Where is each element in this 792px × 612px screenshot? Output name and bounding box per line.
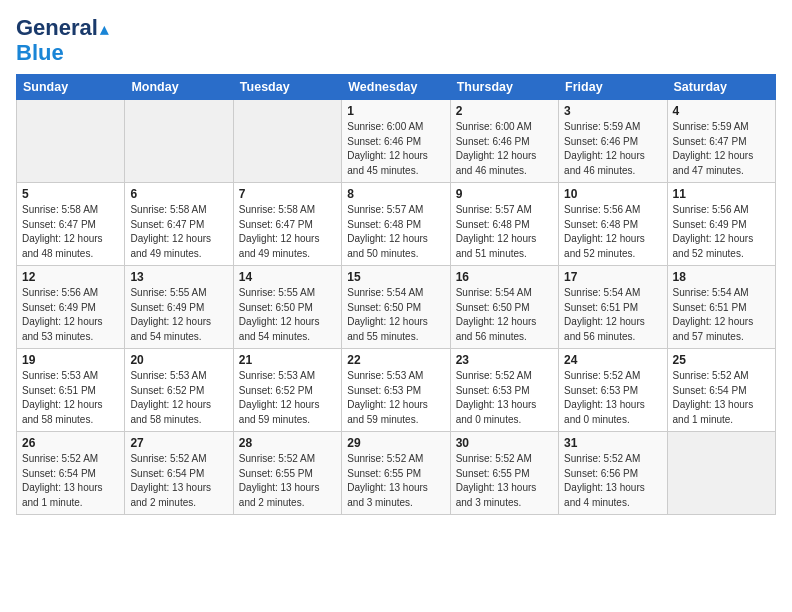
calendar-cell: 9Sunrise: 5:57 AM Sunset: 6:48 PM Daylig… bbox=[450, 183, 558, 266]
calendar-cell bbox=[667, 432, 775, 515]
day-info: Sunrise: 5:58 AM Sunset: 6:47 PM Dayligh… bbox=[239, 203, 336, 261]
day-info: Sunrise: 5:54 AM Sunset: 6:51 PM Dayligh… bbox=[564, 286, 661, 344]
calendar-cell: 18Sunrise: 5:54 AM Sunset: 6:51 PM Dayli… bbox=[667, 266, 775, 349]
day-number: 7 bbox=[239, 187, 336, 201]
calendar-cell: 25Sunrise: 5:52 AM Sunset: 6:54 PM Dayli… bbox=[667, 349, 775, 432]
day-number: 16 bbox=[456, 270, 553, 284]
calendar-row: 1Sunrise: 6:00 AM Sunset: 6:46 PM Daylig… bbox=[17, 100, 776, 183]
day-number: 3 bbox=[564, 104, 661, 118]
calendar-cell: 12Sunrise: 5:56 AM Sunset: 6:49 PM Dayli… bbox=[17, 266, 125, 349]
calendar-cell: 30Sunrise: 5:52 AM Sunset: 6:55 PM Dayli… bbox=[450, 432, 558, 515]
calendar-cell bbox=[125, 100, 233, 183]
calendar-cell: 19Sunrise: 5:53 AM Sunset: 6:51 PM Dayli… bbox=[17, 349, 125, 432]
day-number: 1 bbox=[347, 104, 444, 118]
header-row: SundayMondayTuesdayWednesdayThursdayFrid… bbox=[17, 75, 776, 100]
calendar-cell: 11Sunrise: 5:56 AM Sunset: 6:49 PM Dayli… bbox=[667, 183, 775, 266]
weekday-header: Sunday bbox=[17, 75, 125, 100]
day-number: 30 bbox=[456, 436, 553, 450]
calendar-cell: 20Sunrise: 5:53 AM Sunset: 6:52 PM Dayli… bbox=[125, 349, 233, 432]
day-info: Sunrise: 5:57 AM Sunset: 6:48 PM Dayligh… bbox=[347, 203, 444, 261]
day-info: Sunrise: 5:57 AM Sunset: 6:48 PM Dayligh… bbox=[456, 203, 553, 261]
day-number: 21 bbox=[239, 353, 336, 367]
day-info: Sunrise: 5:55 AM Sunset: 6:50 PM Dayligh… bbox=[239, 286, 336, 344]
logo-blue: Blue bbox=[16, 40, 64, 66]
weekday-header: Tuesday bbox=[233, 75, 341, 100]
day-info: Sunrise: 6:00 AM Sunset: 6:46 PM Dayligh… bbox=[347, 120, 444, 178]
calendar-cell: 26Sunrise: 5:52 AM Sunset: 6:54 PM Dayli… bbox=[17, 432, 125, 515]
day-number: 25 bbox=[673, 353, 770, 367]
weekday-header: Thursday bbox=[450, 75, 558, 100]
day-number: 29 bbox=[347, 436, 444, 450]
day-number: 12 bbox=[22, 270, 119, 284]
calendar-cell: 4Sunrise: 5:59 AM Sunset: 6:47 PM Daylig… bbox=[667, 100, 775, 183]
day-info: Sunrise: 5:52 AM Sunset: 6:55 PM Dayligh… bbox=[347, 452, 444, 510]
calendar-row: 5Sunrise: 5:58 AM Sunset: 6:47 PM Daylig… bbox=[17, 183, 776, 266]
weekday-header: Friday bbox=[559, 75, 667, 100]
calendar-cell: 5Sunrise: 5:58 AM Sunset: 6:47 PM Daylig… bbox=[17, 183, 125, 266]
day-number: 2 bbox=[456, 104, 553, 118]
calendar-cell: 10Sunrise: 5:56 AM Sunset: 6:48 PM Dayli… bbox=[559, 183, 667, 266]
day-info: Sunrise: 5:59 AM Sunset: 6:47 PM Dayligh… bbox=[673, 120, 770, 178]
day-info: Sunrise: 5:58 AM Sunset: 6:47 PM Dayligh… bbox=[22, 203, 119, 261]
day-info: Sunrise: 5:52 AM Sunset: 6:54 PM Dayligh… bbox=[22, 452, 119, 510]
day-info: Sunrise: 5:53 AM Sunset: 6:51 PM Dayligh… bbox=[22, 369, 119, 427]
day-info: Sunrise: 5:54 AM Sunset: 6:50 PM Dayligh… bbox=[456, 286, 553, 344]
calendar-table: SundayMondayTuesdayWednesdayThursdayFrid… bbox=[16, 74, 776, 515]
day-number: 5 bbox=[22, 187, 119, 201]
day-info: Sunrise: 5:54 AM Sunset: 6:50 PM Dayligh… bbox=[347, 286, 444, 344]
day-number: 4 bbox=[673, 104, 770, 118]
day-info: Sunrise: 5:56 AM Sunset: 6:49 PM Dayligh… bbox=[22, 286, 119, 344]
calendar-cell bbox=[233, 100, 341, 183]
day-number: 26 bbox=[22, 436, 119, 450]
day-number: 10 bbox=[564, 187, 661, 201]
day-number: 28 bbox=[239, 436, 336, 450]
calendar-cell: 28Sunrise: 5:52 AM Sunset: 6:55 PM Dayli… bbox=[233, 432, 341, 515]
day-number: 13 bbox=[130, 270, 227, 284]
calendar-cell: 1Sunrise: 6:00 AM Sunset: 6:46 PM Daylig… bbox=[342, 100, 450, 183]
weekday-header: Saturday bbox=[667, 75, 775, 100]
calendar-cell: 23Sunrise: 5:52 AM Sunset: 6:53 PM Dayli… bbox=[450, 349, 558, 432]
day-number: 20 bbox=[130, 353, 227, 367]
calendar-cell: 7Sunrise: 5:58 AM Sunset: 6:47 PM Daylig… bbox=[233, 183, 341, 266]
calendar-cell: 27Sunrise: 5:52 AM Sunset: 6:54 PM Dayli… bbox=[125, 432, 233, 515]
day-info: Sunrise: 5:52 AM Sunset: 6:54 PM Dayligh… bbox=[673, 369, 770, 427]
calendar-cell: 22Sunrise: 5:53 AM Sunset: 6:53 PM Dayli… bbox=[342, 349, 450, 432]
calendar-cell: 2Sunrise: 6:00 AM Sunset: 6:46 PM Daylig… bbox=[450, 100, 558, 183]
calendar-cell: 14Sunrise: 5:55 AM Sunset: 6:50 PM Dayli… bbox=[233, 266, 341, 349]
day-info: Sunrise: 5:52 AM Sunset: 6:53 PM Dayligh… bbox=[456, 369, 553, 427]
day-number: 22 bbox=[347, 353, 444, 367]
day-number: 14 bbox=[239, 270, 336, 284]
weekday-header: Monday bbox=[125, 75, 233, 100]
day-number: 6 bbox=[130, 187, 227, 201]
day-info: Sunrise: 5:55 AM Sunset: 6:49 PM Dayligh… bbox=[130, 286, 227, 344]
day-number: 31 bbox=[564, 436, 661, 450]
logo-text: General▴ bbox=[16, 16, 108, 40]
day-info: Sunrise: 5:54 AM Sunset: 6:51 PM Dayligh… bbox=[673, 286, 770, 344]
day-info: Sunrise: 5:52 AM Sunset: 6:53 PM Dayligh… bbox=[564, 369, 661, 427]
day-number: 15 bbox=[347, 270, 444, 284]
calendar-row: 19Sunrise: 5:53 AM Sunset: 6:51 PM Dayli… bbox=[17, 349, 776, 432]
calendar-cell: 6Sunrise: 5:58 AM Sunset: 6:47 PM Daylig… bbox=[125, 183, 233, 266]
weekday-header: Wednesday bbox=[342, 75, 450, 100]
day-number: 8 bbox=[347, 187, 444, 201]
logo: General▴ Blue bbox=[16, 16, 108, 66]
day-number: 24 bbox=[564, 353, 661, 367]
calendar-cell: 17Sunrise: 5:54 AM Sunset: 6:51 PM Dayli… bbox=[559, 266, 667, 349]
page-header: General▴ Blue bbox=[16, 16, 776, 66]
day-info: Sunrise: 5:59 AM Sunset: 6:46 PM Dayligh… bbox=[564, 120, 661, 178]
day-number: 27 bbox=[130, 436, 227, 450]
day-info: Sunrise: 5:52 AM Sunset: 6:56 PM Dayligh… bbox=[564, 452, 661, 510]
day-number: 11 bbox=[673, 187, 770, 201]
calendar-cell: 29Sunrise: 5:52 AM Sunset: 6:55 PM Dayli… bbox=[342, 432, 450, 515]
calendar-cell: 24Sunrise: 5:52 AM Sunset: 6:53 PM Dayli… bbox=[559, 349, 667, 432]
day-info: Sunrise: 5:56 AM Sunset: 6:48 PM Dayligh… bbox=[564, 203, 661, 261]
day-info: Sunrise: 6:00 AM Sunset: 6:46 PM Dayligh… bbox=[456, 120, 553, 178]
calendar-row: 26Sunrise: 5:52 AM Sunset: 6:54 PM Dayli… bbox=[17, 432, 776, 515]
day-number: 18 bbox=[673, 270, 770, 284]
day-info: Sunrise: 5:53 AM Sunset: 6:52 PM Dayligh… bbox=[130, 369, 227, 427]
day-info: Sunrise: 5:52 AM Sunset: 6:55 PM Dayligh… bbox=[239, 452, 336, 510]
day-info: Sunrise: 5:53 AM Sunset: 6:53 PM Dayligh… bbox=[347, 369, 444, 427]
calendar-cell: 13Sunrise: 5:55 AM Sunset: 6:49 PM Dayli… bbox=[125, 266, 233, 349]
day-number: 9 bbox=[456, 187, 553, 201]
calendar-cell: 16Sunrise: 5:54 AM Sunset: 6:50 PM Dayli… bbox=[450, 266, 558, 349]
